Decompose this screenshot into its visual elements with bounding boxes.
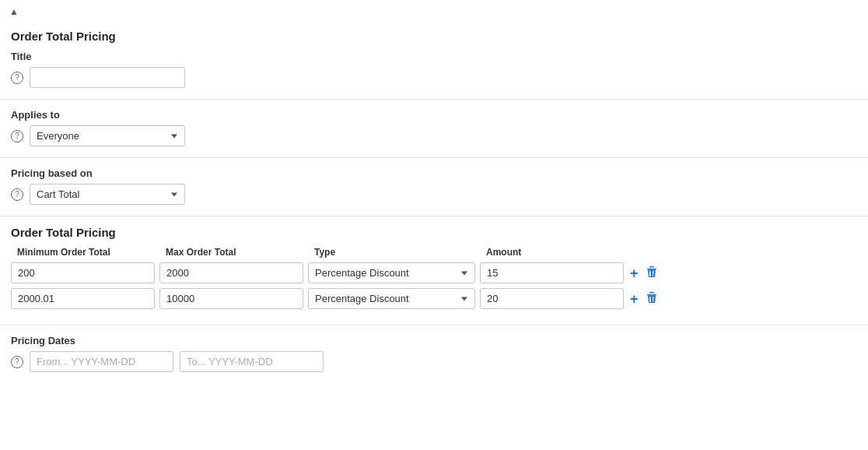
type-select-wrapper-1: Percentage Discount Fixed Discount Fixed… bbox=[308, 262, 475, 283]
table-row: Percentage Discount Fixed Discount Fixed… bbox=[11, 288, 857, 309]
title-section: Order Total Pricing Title ? bbox=[0, 20, 868, 100]
max-order-total-input-1[interactable] bbox=[159, 262, 303, 283]
title-field-row: ? bbox=[11, 67, 857, 88]
applies-to-select[interactable]: Everyone Logged In Guest bbox=[30, 125, 185, 146]
min-order-total-input-2[interactable] bbox=[11, 288, 155, 309]
pricing-table-header: Minimum Order Total Max Order Total Type… bbox=[11, 247, 857, 258]
svg-rect-1 bbox=[649, 266, 654, 268]
type-select-2[interactable]: Percentage Discount Fixed Discount Fixed… bbox=[308, 288, 475, 309]
top-arrow: ▲ bbox=[0, 0, 868, 20]
applies-to-label: Applies to bbox=[11, 109, 857, 121]
svg-rect-0 bbox=[647, 269, 656, 270]
pricing-dates-section: Pricing Dates ? bbox=[0, 325, 868, 383]
page-title: Order Total Pricing bbox=[11, 30, 857, 43]
to-date-input[interactable] bbox=[180, 351, 324, 372]
title-label: Title bbox=[11, 51, 857, 62]
order-pricing-section: Order Total Pricing Minimum Order Total … bbox=[0, 216, 868, 325]
amount-input-2[interactable] bbox=[480, 288, 624, 309]
table-row: Percentage Discount Fixed Discount Fixed… bbox=[11, 262, 857, 283]
max-order-total-input-2[interactable] bbox=[159, 288, 303, 309]
svg-rect-3 bbox=[649, 292, 654, 294]
type-select-1[interactable]: Percentage Discount Fixed Discount Fixed… bbox=[308, 262, 475, 283]
col-header-type: Type bbox=[311, 247, 478, 258]
applies-to-field-row: ? Everyone Logged In Guest bbox=[11, 125, 857, 146]
delete-row-button-2[interactable] bbox=[645, 290, 659, 308]
add-row-button-1[interactable]: + bbox=[628, 265, 640, 282]
col-header-max: Max Order Total bbox=[163, 247, 306, 258]
svg-rect-2 bbox=[647, 294, 656, 296]
pricing-based-label: Pricing based on bbox=[11, 167, 857, 179]
type-select-wrapper-2: Percentage Discount Fixed Discount Fixed… bbox=[308, 288, 475, 309]
min-order-total-input-1[interactable] bbox=[11, 262, 155, 283]
applies-to-select-wrapper: Everyone Logged In Guest bbox=[30, 125, 185, 146]
add-row-button-2[interactable]: + bbox=[628, 290, 640, 308]
pricing-based-help-icon[interactable]: ? bbox=[11, 188, 23, 201]
pricing-based-field-row: ? Cart Total Order Total Item Count bbox=[11, 184, 857, 205]
dates-row: ? bbox=[11, 351, 857, 372]
row-actions-1: + bbox=[628, 264, 857, 282]
amount-input-1[interactable] bbox=[480, 262, 624, 283]
col-header-amount: Amount bbox=[483, 247, 627, 258]
row-actions-2: + bbox=[628, 290, 857, 308]
trash-icon bbox=[646, 291, 657, 304]
order-pricing-title: Order Total Pricing bbox=[11, 226, 857, 239]
applies-to-help-icon[interactable]: ? bbox=[11, 130, 23, 142]
col-header-min: Minimum Order Total bbox=[14, 247, 158, 258]
from-date-input[interactable] bbox=[30, 351, 173, 372]
pricing-based-select-wrapper: Cart Total Order Total Item Count bbox=[30, 184, 185, 205]
title-input[interactable] bbox=[30, 67, 185, 88]
col-header-actions bbox=[632, 247, 857, 258]
pricing-based-select[interactable]: Cart Total Order Total Item Count bbox=[30, 184, 185, 205]
title-help-icon[interactable]: ? bbox=[11, 72, 23, 84]
pricing-based-section: Pricing based on ? Cart Total Order Tota… bbox=[0, 158, 868, 216]
pricing-dates-help-icon[interactable]: ? bbox=[11, 356, 23, 368]
delete-row-button-1[interactable] bbox=[645, 264, 659, 282]
pricing-table: Minimum Order Total Max Order Total Type… bbox=[11, 247, 857, 309]
trash-icon bbox=[646, 265, 657, 278]
pricing-dates-label: Pricing Dates bbox=[11, 335, 857, 346]
applies-to-section: Applies to ? Everyone Logged In Guest bbox=[0, 100, 868, 158]
